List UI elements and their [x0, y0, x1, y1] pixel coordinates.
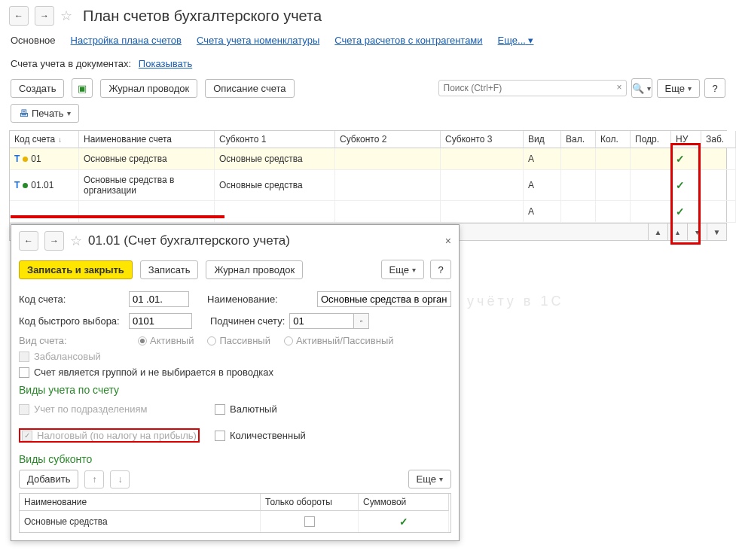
save-and-close-button[interactable]: Записать и закрыть [19, 260, 133, 279]
scroll-top-button[interactable]: ▲ [648, 224, 667, 240]
nav-back-button[interactable]: ← [9, 6, 29, 26]
tab-plan-config[interactable]: Настройка плана счетов [71, 35, 182, 46]
show-link[interactable]: Показывать [139, 58, 192, 69]
col-kol[interactable]: Кол. [596, 131, 631, 148]
print-button[interactable]: 🖶 Печать [11, 104, 79, 123]
check-icon: ✓ [676, 153, 685, 165]
modal-more-button[interactable]: Еще [381, 260, 424, 279]
scroll-down-button[interactable]: ▾ [687, 224, 707, 240]
subcol-sum[interactable]: Суммовой [359, 494, 449, 511]
account-edit-modal: ← → ☆ 01.01 (Счет бухгалтерского учета) … [11, 224, 460, 541]
check-icon: ✓ [676, 205, 685, 218]
parent-input[interactable] [289, 313, 354, 329]
journal-button[interactable]: Журнал проводок [100, 79, 197, 98]
fastcode-input[interactable] [129, 313, 192, 329]
subkonto-row[interactable]: Основные средства ✓ [20, 511, 450, 532]
radio-active-passive[interactable]: Активный/Пассивный [284, 335, 394, 346]
check-icon: ✓ [676, 179, 685, 191]
tax-checkbox: ✓ [22, 431, 32, 441]
subkonto-grid: Наименование Только обороты Суммовой Осн… [19, 493, 451, 533]
col-sub3[interactable]: Субконто 3 [441, 131, 524, 148]
dot-icon [23, 183, 28, 188]
favorite-star-icon[interactable]: ☆ [60, 8, 72, 24]
watermark-sub: учёту в 1С [467, 294, 563, 309]
col-sub1[interactable]: Субконто 1 [215, 131, 335, 148]
tab-main[interactable]: Основное [11, 35, 56, 46]
subcol-name[interactable]: Наименование [20, 494, 261, 511]
modal-journal-button[interactable]: Журнал проводок [206, 260, 303, 279]
dot-icon [23, 157, 28, 162]
col-zab[interactable]: Заб. [701, 131, 736, 148]
code-label: Код счета: [19, 294, 124, 305]
turnover-checkbox[interactable] [304, 516, 315, 527]
tab-nomenclature[interactable]: Счета учета номенклатуры [197, 35, 319, 46]
radio-passive[interactable]: Пассивный [207, 335, 270, 346]
col-code[interactable]: Код счета↓ [10, 131, 79, 148]
accounts-in-docs-label: Счета учета в документах: [11, 58, 131, 69]
col-name[interactable]: Наименование счета [79, 131, 215, 148]
tab-bar: Основное Настройка плана счетов Счета уч… [0, 32, 736, 52]
subkonto-title: Виды субконто [19, 453, 451, 465]
radio-active[interactable]: Активный [138, 335, 194, 346]
code-input[interactable] [129, 291, 189, 307]
page-title: План счетов бухгалтерского учета [83, 8, 322, 25]
modal-favorite-icon[interactable]: ☆ [70, 233, 82, 249]
modal-title: 01.01 (Счет бухгалтерского учета) [88, 233, 290, 248]
search-clear-icon[interactable]: × [617, 82, 622, 93]
check-icon: ✓ [399, 516, 408, 528]
fastcode-label: Код быстрого выбора: [19, 315, 124, 327]
open-icon: ▫ [360, 317, 363, 325]
name-input[interactable] [317, 291, 451, 307]
parent-label: Подчинен счету: [210, 315, 285, 327]
move-down-button[interactable]: ↓ [110, 470, 130, 488]
folder-plus-icon: ▣ [78, 83, 87, 94]
parent-select-button[interactable]: ▫ [354, 313, 369, 329]
accounting-types-title: Виды учета по счету [19, 384, 451, 396]
more-button[interactable]: Еще [657, 79, 700, 98]
col-sub2[interactable]: Субконто 2 [335, 131, 441, 148]
highlight-row-underline [11, 215, 224, 218]
col-nu[interactable]: НУ [671, 131, 701, 148]
modal-nav-back[interactable]: ← [19, 231, 38, 251]
search-input[interactable] [438, 80, 627, 96]
table-row[interactable]: А ✓ [10, 201, 726, 223]
modal-nav-forward[interactable]: → [44, 231, 64, 251]
offbalance-checkbox [19, 352, 29, 362]
is-group-checkbox[interactable] [19, 367, 29, 378]
tab-contractors[interactable]: Счета расчетов с контрагентами [334, 35, 482, 46]
modal-help-button[interactable]: ? [430, 260, 451, 279]
name-label: Наименование: [207, 294, 313, 305]
qty-checkbox[interactable] [215, 431, 225, 441]
help-button[interactable]: ? [704, 78, 725, 98]
scroll-up-button[interactable]: ▴ [667, 224, 687, 240]
question-icon: ? [438, 264, 443, 275]
create-folder-button[interactable]: ▣ [72, 78, 93, 98]
col-podr[interactable]: Подр. [631, 131, 671, 148]
tab-more-dropdown[interactable]: Еще... [498, 35, 534, 46]
account-type-icon: T [14, 154, 20, 164]
search-dropdown-button[interactable]: 🔍 [631, 78, 652, 98]
dept-checkbox [19, 404, 29, 415]
table-row[interactable]: T01 Основные средства Основные средства … [10, 148, 726, 170]
save-button[interactable]: Записать [140, 260, 199, 279]
create-button[interactable]: Создать [11, 79, 64, 98]
radio-icon [138, 336, 147, 345]
subcol-turnover[interactable]: Только обороты [261, 494, 359, 511]
subkonto-more-button[interactable]: Еще [408, 470, 451, 488]
radio-icon [207, 336, 216, 345]
scroll-bottom-button[interactable]: ▼ [707, 224, 726, 240]
nav-forward-button[interactable]: → [35, 6, 54, 26]
modal-close-button[interactable]: × [445, 235, 451, 247]
col-vid[interactable]: Вид [524, 131, 561, 148]
account-type-icon: T [14, 180, 20, 190]
add-subkonto-button[interactable]: Добавить [19, 470, 78, 488]
radio-icon [284, 336, 293, 345]
move-up-button[interactable]: ↑ [84, 470, 104, 488]
magnifier-icon: 🔍 [632, 83, 644, 94]
table-row[interactable]: T01.01 Основные средства в организации О… [10, 170, 726, 201]
account-type-label: Вид счета: [19, 335, 124, 346]
col-val[interactable]: Вал. [561, 131, 596, 148]
question-icon: ? [712, 83, 717, 94]
describe-account-button[interactable]: Описание счета [205, 79, 294, 98]
currency-checkbox[interactable] [215, 404, 225, 415]
